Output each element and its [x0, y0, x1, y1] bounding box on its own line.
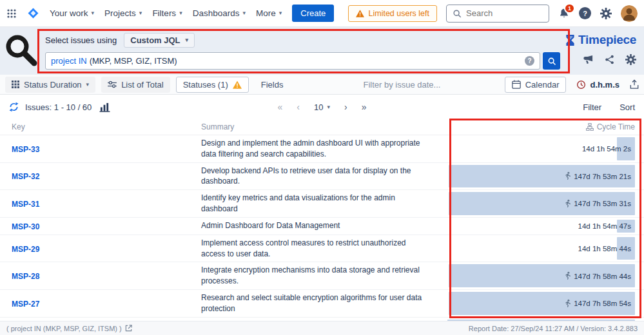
chevron-down-icon: ▾ — [279, 10, 282, 16]
filter-button[interactable]: Filter — [583, 102, 601, 112]
last-page-button[interactable]: » — [362, 102, 367, 112]
warning-icon — [356, 10, 364, 17]
calendar-button[interactable]: Calendar — [505, 77, 567, 93]
nav-item-label: More — [256, 8, 276, 18]
report-footer: ( project IN (MKP, MSP, GIZ, ITSM) ) Rep… — [0, 321, 644, 335]
column-header-summary[interactable]: Summary — [201, 122, 440, 131]
cycle-time-value: 14d 1h 54m 47s — [578, 222, 631, 230]
jql-search-button[interactable] — [543, 52, 560, 70]
settings-gear-icon[interactable] — [600, 8, 612, 19]
issues-count-label: Issues: 1 - 10 / 60 — [25, 102, 92, 112]
refresh-icon[interactable] — [9, 102, 19, 112]
issue-summary: Research and select suitable encryption … — [201, 290, 429, 317]
table-row: MSP-33 Design and implement the admin da… — [0, 135, 644, 163]
statuses-button[interactable]: Statuses (1) — [176, 77, 249, 93]
create-button[interactable]: Create — [292, 5, 334, 22]
runner-icon — [564, 172, 571, 180]
runner-icon — [564, 299, 571, 307]
jql-query-input[interactable]: project IN (MKP, MSP, GIZ, ITSM) ? — [45, 52, 540, 70]
timepiece-logo-text[interactable]: Timepiece — [578, 33, 636, 47]
issue-rows: MSP-33 Design and implement the admin da… — [0, 135, 644, 335]
announcements-megaphone-icon[interactable] — [583, 55, 594, 64]
grid-icon — [12, 81, 19, 88]
search-icon — [453, 9, 462, 18]
issue-key-link[interactable]: MSP-29 — [12, 245, 39, 254]
table-row: MSP-32 Develop backend APIs to retrieve … — [0, 163, 644, 191]
fields-label: Fields — [261, 80, 284, 90]
cycle-time-value: 147d 7h 58m 44s — [574, 272, 631, 280]
issue-date-filter-input[interactable]: Filter by issue date... — [363, 80, 440, 90]
calendar-label: Calendar — [525, 80, 560, 90]
clock-icon — [576, 80, 586, 90]
next-page-button[interactable]: › — [344, 102, 347, 112]
bar-chart-icon — [99, 102, 110, 112]
chevron-down-icon: ▾ — [92, 10, 95, 16]
list-mode-button[interactable]: List of Total — [101, 77, 170, 93]
app-switcher-icon[interactable] — [6, 8, 17, 19]
issue-key-link[interactable]: MSP-31 — [12, 200, 39, 209]
top-navigation-bar: Your work▾ Projects▾ Filters▾ Dashboards… — [0, 0, 644, 27]
column-header-cycle-time[interactable]: Cycle Time — [440, 122, 644, 131]
nav-item-more[interactable]: More▾ — [256, 8, 282, 18]
fields-button[interactable]: Fields — [255, 77, 290, 93]
jira-logo-icon[interactable] — [27, 7, 39, 19]
page-size-select[interactable]: 10 ▾ — [314, 102, 330, 112]
app-window: Your work▾ Projects▾ Filters▾ Dashboards… — [0, 0, 644, 335]
time-format-button[interactable]: d.h.m.s — [576, 80, 620, 90]
nav-item-label: Your work — [50, 8, 88, 18]
global-search[interactable] — [446, 5, 549, 23]
table-row: MSP-29 Implement access control measures… — [0, 235, 644, 263]
sliders-icon — [108, 81, 117, 88]
nav-item-projects[interactable]: Projects▾ — [104, 8, 142, 18]
first-page-button[interactable]: « — [278, 102, 283, 112]
export-icon[interactable] — [630, 79, 639, 90]
notifications-button[interactable]: 1 — [558, 8, 570, 19]
chevron-down-icon: ▾ — [179, 10, 182, 16]
issue-selection-panel: Select issues using Custom JQL ▾ project… — [0, 27, 644, 75]
issue-key-link[interactable]: MSP-30 — [12, 222, 39, 231]
issue-key-link[interactable]: MSP-27 — [12, 300, 39, 309]
jql-help-icon[interactable]: ? — [525, 56, 534, 66]
page-size-value: 10 — [314, 102, 323, 112]
issue-key-link[interactable]: MSP-32 — [12, 172, 39, 181]
report-type-button[interactable]: Status Duration ▾ — [5, 77, 95, 93]
results-bar: Issues: 1 - 10 / 60 « ‹ 10 ▾ › » Filter … — [0, 95, 644, 119]
previous-page-button[interactable]: ‹ — [297, 102, 300, 112]
app-settings-gear-icon[interactable] — [625, 54, 636, 65]
issue-key-link[interactable]: MSP-28 — [12, 272, 39, 281]
external-link-icon[interactable] — [125, 325, 132, 332]
table-header-row: Key Summary Cycle Time — [0, 119, 644, 135]
sort-button[interactable]: Sort — [620, 102, 635, 112]
nav-item-dashboards[interactable]: Dashboards▾ — [193, 8, 246, 18]
user-avatar[interactable] — [621, 5, 638, 22]
cycle-time-value: 14d 1h 58m 44s — [578, 245, 631, 253]
report-toolbar: Status Duration ▾ List of Total Statuses… — [0, 75, 644, 95]
chevron-down-icon: ▾ — [139, 10, 142, 16]
cycle-time-value: 147d 7h 53m 31s — [574, 200, 631, 207]
nav-item-filters[interactable]: Filters▾ — [152, 8, 182, 18]
column-header-key[interactable]: Key — [0, 122, 201, 131]
limited-users-warning[interactable]: Limited users left — [348, 5, 437, 22]
cycle-time-cell: 147d 7h 58m 54s — [440, 290, 644, 317]
limited-users-label: Limited users left — [369, 9, 429, 18]
search-input[interactable] — [466, 8, 543, 18]
help-button[interactable]: ? — [579, 7, 591, 19]
issue-summary: Develop backend APIs to retrieve user da… — [201, 163, 429, 190]
nav-item-your-work[interactable]: Your work▾ — [50, 8, 94, 18]
issue-summary: Identify key metrics and data visualizat… — [201, 190, 429, 217]
issue-source-select[interactable]: Custom JQL ▾ — [124, 33, 195, 48]
list-mode-label: List of Total — [121, 80, 164, 90]
share-icon[interactable] — [605, 55, 614, 64]
chevron-down-icon: ▾ — [186, 37, 189, 43]
cycle-time-header-label: Cycle Time — [597, 122, 635, 131]
cycle-time-cell: 14d 1h 58m 44s — [440, 235, 644, 262]
chevron-down-icon: ▾ — [86, 82, 90, 88]
issue-summary: Design and implement the admin dashboard… — [201, 135, 429, 162]
nav-item-label: Projects — [104, 8, 136, 18]
issue-key-link[interactable]: MSP-33 — [12, 145, 39, 154]
timepiece-hourglass-icon — [565, 34, 575, 46]
hierarchy-icon — [586, 123, 594, 131]
notification-badge: 1 — [564, 3, 575, 14]
chevron-down-icon: ▾ — [327, 104, 330, 110]
bar-chart-toggle-button[interactable] — [98, 101, 112, 113]
